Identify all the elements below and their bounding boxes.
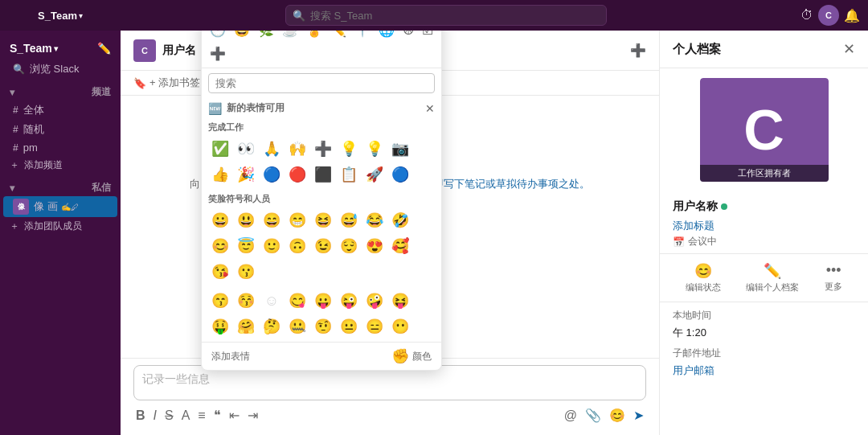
emoji-smile[interactable]: 😄 [260,208,284,232]
emoji-kiss2[interactable]: 😗 [234,260,258,284]
add-icon[interactable]: ➕ [630,43,646,58]
emoji-eyes[interactable]: 👀 [234,137,258,161]
emoji-kiss3[interactable]: 😙 [208,289,232,313]
emoji-kiss4[interactable]: 😚 [234,289,258,313]
bold-button[interactable]: B [133,406,148,425]
skin-tone-button[interactable]: ✊ [391,347,409,365]
format-button[interactable]: A [179,406,193,425]
add-label-link[interactable]: 添加标题 [660,217,868,235]
edit-profile-action[interactable]: ✏️ 编辑个人档案 [746,262,799,293]
emoji-wink[interactable]: 😉 [311,234,335,258]
channels-section[interactable]: ▾ 频道 [0,79,121,101]
emoji-black-square[interactable]: ⬛ [311,162,335,187]
emoji-blue2[interactable]: 🔵 [388,162,412,187]
emoji-thinking[interactable]: 🤔 [260,314,284,339]
plus-emoji-icon[interactable]: ➕ [208,44,227,63]
globe-icon[interactable]: 🌐 [377,31,396,39]
mention-button[interactable]: @ [562,406,579,425]
more-action[interactable]: ••• 更多 [825,262,842,293]
emoji-bulb2[interactable]: 💡 [362,137,387,161]
emoji-beam[interactable]: 😁 [285,208,309,232]
emoji-close-button[interactable]: ✕ [425,102,435,115]
indent-right-button[interactable]: ⇥ [245,405,260,425]
emoji-upside-down[interactable]: 🙃 [285,234,309,258]
emoji-grin2[interactable]: 😃 [234,208,258,232]
medal-icon[interactable]: 🏅 [305,31,324,39]
emoji-blue-circle[interactable]: 🔵 [260,162,284,187]
emoji-heart-eyes[interactable]: 😍 [362,234,387,258]
peace-icon[interactable]: ☮ [401,31,416,39]
emoji-thumbsup[interactable]: 👍 [208,162,232,187]
indent-left-button[interactable]: ⇤ [227,405,242,425]
emoji-party[interactable]: 🎉 [234,162,258,187]
emoji-bulb[interactable]: 💡 [337,137,361,161]
sidebar-item-browse[interactable]: 🔍 浏览 Slack [3,60,117,79]
emoji-grin[interactable]: 😀 [208,208,232,232]
emoji-zipper[interactable]: 🤐 [285,314,309,339]
notification-icon[interactable]: 🔔 [844,8,860,23]
list-button[interactable]: ≡ [195,406,207,425]
quote-button[interactable]: ❝ [211,405,223,425]
emoji-pray[interactable]: 🙏 [260,137,284,161]
emoji-smiling[interactable]: ☺ [260,289,284,313]
sidebar-item-random[interactable]: # 随机 [3,120,117,139]
edit-status-action[interactable]: 😊 编辑状态 [686,262,721,293]
emoji-camera[interactable]: 📷 [388,137,412,161]
emoji-money[interactable]: 🤑 [208,314,232,339]
close-panel-button[interactable]: ✕ [843,40,855,58]
search-box[interactable]: 🔍 [285,5,607,26]
emoji-expressionless[interactable]: 😑 [362,314,387,339]
timer-icon[interactable]: ⏱ [800,8,813,23]
emoji-neutral[interactable]: 😐 [337,314,361,339]
dm-section[interactable]: ▾ 私信 [0,174,121,196]
emoji-checkmark[interactable]: ✅ [208,137,232,161]
email-row: 子邮件地址 [673,347,855,360]
emoji-zany[interactable]: 🤪 [362,289,387,313]
emoji-smiling-hearts[interactable]: 🥰 [388,234,412,258]
emoji-joy[interactable]: 😂 [362,208,387,232]
send-button[interactable]: ➤ [631,405,646,425]
plant-icon[interactable]: 🌿 [256,31,276,39]
emoji-laugh[interactable]: 😆 [311,208,335,232]
user-avatar[interactable]: C [818,5,839,26]
emoji-sweat[interactable]: 😅 [337,208,361,232]
pin-icon[interactable]: 📍 [353,31,372,39]
attach-button[interactable]: 📎 [583,405,604,425]
sidebar-team[interactable]: S_Team ▾ ✏️ [0,37,121,60]
emoji-rocket[interactable]: 🚀 [362,162,387,187]
sidebar-item-all[interactable]: # 全体 [3,101,117,120]
compose-icon[interactable]: ✏️ [97,42,111,55]
add-emoji-button[interactable]: 添加表情 [211,350,250,363]
emoji-plus[interactable]: ➕ [311,137,335,161]
emoji-stuck-out[interactable]: 😛 [311,289,335,313]
emoji-clap[interactable]: 🙌 [285,137,309,161]
add-channel-button[interactable]: ＋ 添加频道 [0,156,121,174]
emoji-no-mouth[interactable]: 😶 [388,314,412,339]
coffee-icon[interactable]: ☕ [280,31,300,39]
emoji-kiss[interactable]: 😘 [208,260,232,284]
emoji-slight-smile[interactable]: 🙂 [260,234,284,258]
add-member-button[interactable]: ＋ 添加团队成员 [0,217,121,236]
emoji-yum[interactable]: 😋 [285,289,309,313]
italic-button[interactable]: I [151,406,159,425]
strikethrough-button[interactable]: S [162,406,176,425]
pencil-icon[interactable]: ✏️ [329,31,348,39]
search-input[interactable] [310,10,600,22]
sidebar-item-pm[interactable]: # pm [3,139,117,156]
emoji-wink-tongue[interactable]: 😜 [337,289,361,313]
emoji-search-input[interactable] [208,73,435,93]
emoji-innocent[interactable]: 😇 [234,234,258,258]
emoji-blush[interactable]: 😊 [208,234,232,258]
emoji-raised-eyebrow[interactable]: 🤨 [311,314,335,339]
smiley-icon[interactable]: 😀 [232,31,252,39]
emoji-rofl[interactable]: 🤣 [388,208,412,232]
emoji-button[interactable]: 😊 [607,405,628,425]
sidebar-dm-user[interactable]: 像 像 画 ✍🖊 [3,196,117,217]
clock-icon[interactable]: 🕐 [208,31,227,39]
emoji-clipboard[interactable]: 📋 [337,162,361,187]
emoji-squinting[interactable]: 😝 [388,289,412,313]
emoji-hugging[interactable]: 🤗 [234,314,258,339]
checkbox-icon[interactable]: ☑ [420,31,435,39]
emoji-red-circle[interactable]: 🔴 [285,162,309,187]
emoji-relieved[interactable]: 😌 [337,234,361,258]
